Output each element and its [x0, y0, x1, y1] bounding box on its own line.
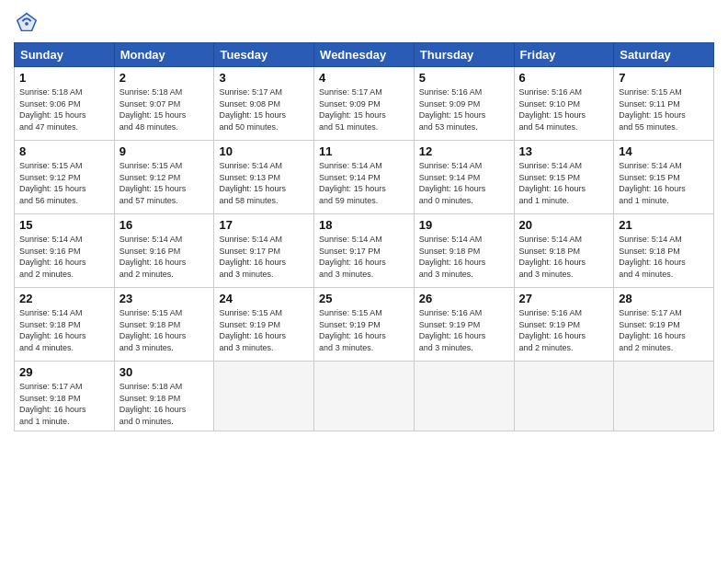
- day-info: Sunrise: 5:18 AM Sunset: 9:07 PM Dayligh…: [119, 86, 210, 132]
- day-info: Sunrise: 5:14 AM Sunset: 9:18 PM Dayligh…: [519, 234, 609, 280]
- calendar-cell: [514, 362, 614, 431]
- calendar-cell: 5Sunrise: 5:16 AM Sunset: 9:09 PM Daylig…: [414, 67, 514, 141]
- day-info: Sunrise: 5:16 AM Sunset: 9:09 PM Dayligh…: [419, 86, 509, 132]
- calendar-week-row: 8Sunrise: 5:15 AM Sunset: 9:12 PM Daylig…: [15, 141, 714, 214]
- day-number: 24: [219, 292, 309, 305]
- day-number: 29: [19, 365, 109, 379]
- day-info: Sunrise: 5:14 AM Sunset: 9:16 PM Dayligh…: [19, 234, 109, 280]
- calendar-cell: 12Sunrise: 5:14 AM Sunset: 9:14 PM Dayli…: [414, 141, 514, 214]
- day-info: Sunrise: 5:16 AM Sunset: 9:10 PM Dayligh…: [519, 86, 609, 132]
- day-number: 20: [519, 218, 609, 232]
- calendar-week-row: 15Sunrise: 5:14 AM Sunset: 9:16 PM Dayli…: [15, 214, 714, 288]
- calendar-cell: 3Sunrise: 5:17 AM Sunset: 9:08 PM Daylig…: [214, 67, 314, 141]
- day-info: Sunrise: 5:14 AM Sunset: 9:18 PM Dayligh…: [619, 234, 709, 280]
- day-number: 23: [119, 292, 210, 305]
- day-info: Sunrise: 5:15 AM Sunset: 9:11 PM Dayligh…: [619, 86, 709, 132]
- day-info: Sunrise: 5:14 AM Sunset: 9:13 PM Dayligh…: [219, 160, 309, 206]
- day-number: 25: [319, 292, 409, 305]
- day-number: 15: [19, 218, 109, 232]
- day-info: Sunrise: 5:18 AM Sunset: 9:06 PM Dayligh…: [19, 86, 109, 132]
- calendar-cell: 26Sunrise: 5:16 AM Sunset: 9:19 PM Dayli…: [414, 288, 514, 362]
- day-number: 17: [219, 218, 309, 232]
- day-number: 21: [619, 218, 709, 232]
- day-number: 28: [619, 292, 709, 305]
- calendar-header-friday: Friday: [514, 43, 614, 67]
- calendar-header-monday: Monday: [114, 43, 214, 67]
- day-number: 9: [119, 144, 210, 158]
- calendar-table: SundayMondayTuesdayWednesdayThursdayFrid…: [14, 42, 714, 431]
- calendar-cell: 18Sunrise: 5:14 AM Sunset: 9:17 PM Dayli…: [314, 214, 415, 288]
- calendar-cell: 16Sunrise: 5:14 AM Sunset: 9:16 PM Dayli…: [114, 214, 214, 288]
- calendar-cell: 25Sunrise: 5:15 AM Sunset: 9:19 PM Dayli…: [314, 288, 415, 362]
- calendar-cell: [614, 362, 714, 431]
- day-number: 4: [319, 71, 409, 85]
- calendar-cell: 28Sunrise: 5:17 AM Sunset: 9:19 PM Dayli…: [614, 288, 714, 362]
- day-info: Sunrise: 5:15 AM Sunset: 9:19 PM Dayligh…: [319, 307, 409, 353]
- day-number: 27: [519, 292, 609, 305]
- calendar-cell: 2Sunrise: 5:18 AM Sunset: 9:07 PM Daylig…: [114, 67, 214, 141]
- day-info: Sunrise: 5:14 AM Sunset: 9:18 PM Dayligh…: [19, 307, 109, 353]
- day-info: Sunrise: 5:14 AM Sunset: 9:17 PM Dayligh…: [319, 234, 409, 280]
- day-info: Sunrise: 5:14 AM Sunset: 9:18 PM Dayligh…: [419, 234, 509, 280]
- day-info: Sunrise: 5:16 AM Sunset: 9:19 PM Dayligh…: [519, 307, 609, 353]
- calendar-cell: 29Sunrise: 5:17 AM Sunset: 9:18 PM Dayli…: [15, 362, 115, 431]
- calendar-header-row: SundayMondayTuesdayWednesdayThursdayFrid…: [15, 43, 714, 67]
- calendar-cell: 13Sunrise: 5:14 AM Sunset: 9:15 PM Dayli…: [514, 141, 614, 214]
- calendar-cell: 8Sunrise: 5:15 AM Sunset: 9:12 PM Daylig…: [15, 141, 115, 214]
- calendar-cell: 4Sunrise: 5:17 AM Sunset: 9:09 PM Daylig…: [314, 67, 415, 141]
- calendar-cell: 1Sunrise: 5:18 AM Sunset: 9:06 PM Daylig…: [15, 67, 115, 141]
- day-number: 14: [619, 144, 709, 158]
- calendar-cell: 10Sunrise: 5:14 AM Sunset: 9:13 PM Dayli…: [214, 141, 314, 214]
- day-info: Sunrise: 5:14 AM Sunset: 9:15 PM Dayligh…: [519, 160, 609, 206]
- calendar-body: 1Sunrise: 5:18 AM Sunset: 9:06 PM Daylig…: [15, 67, 714, 431]
- calendar-week-row: 1Sunrise: 5:18 AM Sunset: 9:06 PM Daylig…: [15, 67, 714, 141]
- day-number: 16: [119, 218, 210, 232]
- day-info: Sunrise: 5:14 AM Sunset: 9:14 PM Dayligh…: [419, 160, 509, 206]
- logo: [14, 9, 41, 35]
- calendar-cell: 11Sunrise: 5:14 AM Sunset: 9:14 PM Dayli…: [314, 141, 415, 214]
- calendar-cell: [214, 362, 314, 431]
- day-number: 18: [319, 218, 409, 232]
- day-info: Sunrise: 5:17 AM Sunset: 9:08 PM Dayligh…: [219, 86, 309, 132]
- calendar-week-row: 22Sunrise: 5:14 AM Sunset: 9:18 PM Dayli…: [15, 288, 714, 362]
- day-number: 1: [19, 71, 109, 85]
- calendar-cell: 30Sunrise: 5:18 AM Sunset: 9:18 PM Dayli…: [114, 362, 214, 431]
- day-info: Sunrise: 5:15 AM Sunset: 9:12 PM Dayligh…: [19, 160, 109, 206]
- day-info: Sunrise: 5:14 AM Sunset: 9:15 PM Dayligh…: [619, 160, 709, 206]
- day-info: Sunrise: 5:18 AM Sunset: 9:18 PM Dayligh…: [119, 381, 210, 427]
- calendar-header-tuesday: Tuesday: [214, 43, 314, 67]
- day-info: Sunrise: 5:17 AM Sunset: 9:19 PM Dayligh…: [619, 307, 709, 353]
- calendar-cell: 6Sunrise: 5:16 AM Sunset: 9:10 PM Daylig…: [514, 67, 614, 141]
- calendar-cell: 9Sunrise: 5:15 AM Sunset: 9:12 PM Daylig…: [114, 141, 214, 214]
- day-info: Sunrise: 5:17 AM Sunset: 9:09 PM Dayligh…: [319, 86, 409, 132]
- day-info: Sunrise: 5:16 AM Sunset: 9:19 PM Dayligh…: [419, 307, 509, 353]
- day-number: 30: [119, 365, 210, 379]
- svg-point-2: [25, 22, 28, 26]
- day-number: 3: [219, 71, 309, 85]
- day-number: 26: [419, 292, 509, 305]
- logo-icon: [14, 9, 40, 35]
- day-number: 19: [419, 218, 509, 232]
- day-info: Sunrise: 5:15 AM Sunset: 9:18 PM Dayligh…: [119, 307, 210, 353]
- day-number: 10: [219, 144, 309, 158]
- day-info: Sunrise: 5:14 AM Sunset: 9:17 PM Dayligh…: [219, 234, 309, 280]
- svg-marker-0: [17, 12, 37, 31]
- calendar-cell: 24Sunrise: 5:15 AM Sunset: 9:19 PM Dayli…: [214, 288, 314, 362]
- calendar-cell: 21Sunrise: 5:14 AM Sunset: 9:18 PM Dayli…: [614, 214, 714, 288]
- header: [14, 9, 714, 35]
- calendar-cell: 17Sunrise: 5:14 AM Sunset: 9:17 PM Dayli…: [214, 214, 314, 288]
- day-info: Sunrise: 5:14 AM Sunset: 9:14 PM Dayligh…: [319, 160, 409, 206]
- calendar-cell: 7Sunrise: 5:15 AM Sunset: 9:11 PM Daylig…: [614, 67, 714, 141]
- calendar-cell: [314, 362, 415, 431]
- calendar-cell: 22Sunrise: 5:14 AM Sunset: 9:18 PM Dayli…: [15, 288, 115, 362]
- calendar-cell: 23Sunrise: 5:15 AM Sunset: 9:18 PM Dayli…: [114, 288, 214, 362]
- day-number: 22: [19, 292, 109, 305]
- day-number: 13: [519, 144, 609, 158]
- calendar-cell: 20Sunrise: 5:14 AM Sunset: 9:18 PM Dayli…: [514, 214, 614, 288]
- calendar-cell: 19Sunrise: 5:14 AM Sunset: 9:18 PM Dayli…: [414, 214, 514, 288]
- calendar-header-thursday: Thursday: [414, 43, 514, 67]
- day-info: Sunrise: 5:15 AM Sunset: 9:12 PM Dayligh…: [119, 160, 210, 206]
- calendar-week-row: 29Sunrise: 5:17 AM Sunset: 9:18 PM Dayli…: [15, 362, 714, 431]
- calendar-header-sunday: Sunday: [15, 43, 115, 67]
- calendar-cell: [414, 362, 514, 431]
